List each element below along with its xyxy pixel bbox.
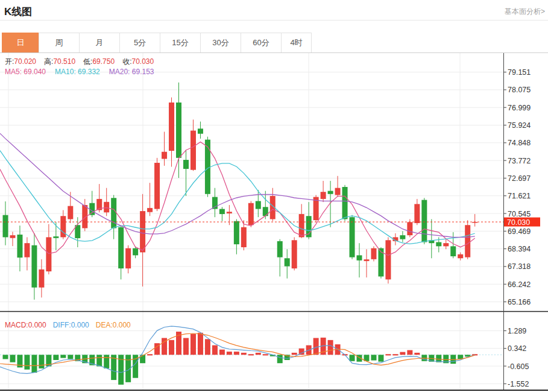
candle-body	[3, 215, 8, 238]
ma5-value: MA5: 69.040	[5, 68, 46, 77]
price-axis-label: 74.848	[508, 139, 531, 147]
macd-bar	[234, 352, 239, 355]
tab-60min[interactable]: 60分	[241, 33, 282, 53]
ohlc-low: 低:69.750	[83, 57, 115, 66]
candle-body	[335, 188, 341, 195]
interval-tabs: 日 周 月 5分 15分 30分 60分 4时	[2, 33, 312, 53]
macd-bar	[39, 355, 44, 368]
kline-widget: { "header": { "title": "K线图", "analysis_…	[0, 0, 548, 392]
low-label: 低:	[83, 57, 92, 66]
candle-body	[31, 245, 37, 288]
ma20-value: MA20: 69.153	[109, 68, 154, 77]
macd-axis-label: -1.552	[508, 380, 529, 388]
price-axis-label: 68.394	[508, 245, 531, 253]
candle-body	[263, 207, 268, 216]
price-axis-label: 76.999	[508, 104, 531, 112]
header-divider	[0, 20, 548, 21]
macd-bar	[248, 354, 254, 355]
macd-bar	[191, 334, 196, 355]
macd-bar	[10, 355, 15, 362]
candle-body	[147, 208, 153, 212]
macd-bar	[104, 355, 109, 368]
candle-body	[169, 103, 174, 151]
tab-15min[interactable]: 15分	[160, 33, 201, 53]
kline-chart[interactable]: 79.15178.07576.99975.92474.84873.77272.6…	[0, 53, 548, 392]
candle-body	[357, 255, 362, 260]
candle-body	[465, 225, 470, 257]
macd-bar	[378, 355, 383, 361]
candle-body	[328, 191, 333, 194]
close-label: 收:	[122, 57, 131, 66]
tab-week[interactable]: 周	[39, 33, 80, 53]
macd-bar	[385, 354, 391, 355]
ohlc-high: 高:70.510	[44, 57, 75, 66]
ohlc-close: 收:70.030	[122, 57, 154, 66]
open-label: 开:	[5, 57, 14, 66]
macd-bar	[60, 355, 66, 358]
macd-bar	[407, 350, 412, 355]
candle-body	[227, 212, 232, 213]
macd-bar	[277, 355, 283, 363]
candle-body	[342, 187, 348, 219]
macd-axis-label: -0.605	[508, 362, 529, 371]
high-label: 高:	[44, 57, 53, 66]
macd-bar	[53, 355, 58, 360]
macd-bar	[263, 354, 268, 355]
macd-bar	[414, 353, 420, 355]
macd-bar	[198, 333, 203, 355]
candle-body	[10, 235, 15, 238]
tab-4hour[interactable]: 4时	[281, 33, 312, 53]
macd-bar	[3, 355, 8, 359]
price-axis-label: 71.621	[508, 192, 531, 200]
ma10-value: MA10: 69.332	[55, 68, 100, 77]
tab-day[interactable]: 日	[2, 33, 39, 53]
candle-body	[183, 160, 189, 169]
macd-layer	[0, 326, 477, 385]
candle-body	[450, 246, 456, 256]
macd-info-bar: MACD:0.000 DIFF:0.000 DEA:0.000	[5, 321, 131, 330]
tab-month[interactable]: 月	[79, 33, 120, 53]
candle-body	[140, 211, 145, 252]
candle-body	[256, 201, 261, 209]
price-axis-label: 67.318	[508, 262, 531, 271]
tab-30min[interactable]: 30分	[200, 33, 241, 53]
candle-body	[104, 202, 109, 212]
candle-body	[407, 222, 412, 235]
macd-value: MACD:0.000	[5, 321, 46, 330]
candle-body	[53, 236, 58, 238]
candle-body	[421, 200, 427, 242]
candle-body	[299, 214, 304, 237]
macd-bar	[227, 352, 232, 355]
candle-body	[46, 237, 51, 271]
price-axis-label: 70.545	[508, 210, 531, 218]
candle-body	[436, 242, 441, 247]
macd-bar	[292, 353, 297, 355]
macd-bar	[219, 350, 225, 355]
macd-bar	[392, 354, 398, 355]
candle-body	[125, 248, 131, 269]
macd-bar	[241, 353, 247, 355]
macd-bar	[169, 340, 174, 355]
high-value: 70.510	[53, 57, 75, 66]
diff-line	[0, 326, 475, 373]
candle-body	[241, 227, 247, 247]
fundamental-analysis-link[interactable]: 基本面分析>	[505, 7, 545, 17]
price-axis-label: 78.075	[508, 86, 531, 94]
candle-body	[285, 258, 290, 266]
price-axis-label: 66.242	[508, 280, 531, 289]
macd-bar	[205, 339, 210, 355]
candle-body	[385, 240, 391, 279]
candle-body	[350, 217, 355, 257]
candle-body	[443, 243, 449, 246]
current-price-tag-label: 70.030	[507, 218, 530, 227]
tab-5min[interactable]: 5分	[119, 33, 160, 53]
candle-body	[17, 235, 22, 258]
candle-body	[118, 227, 124, 268]
candle-body	[68, 206, 73, 220]
ma-info-bar: MA5: 69.040 MA10: 69.332 MA20: 69.153	[5, 68, 154, 77]
diff-value: DIFF:0.000	[53, 321, 89, 330]
candle-body	[277, 241, 283, 258]
price-axis-label: 72.697	[508, 174, 531, 183]
candle-body	[133, 248, 138, 256]
macd-bar	[31, 355, 37, 373]
